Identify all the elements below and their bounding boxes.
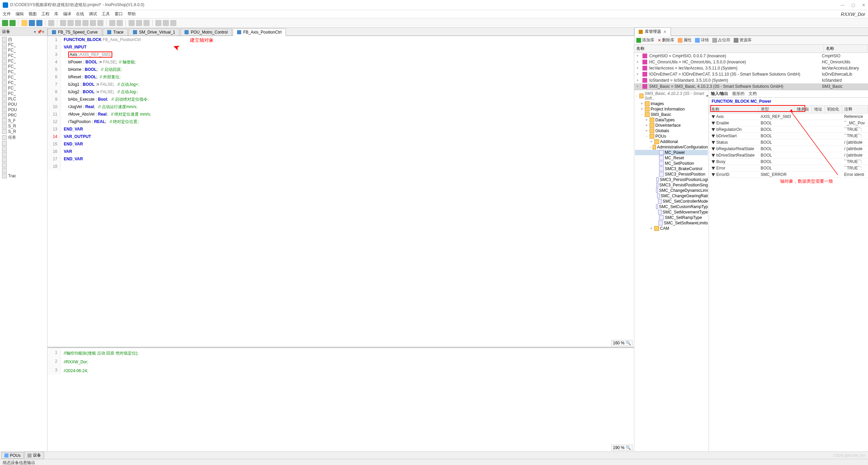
- menu-file[interactable]: 文件: [3, 11, 11, 17]
- menu-lib[interactable]: 库: [54, 11, 58, 17]
- tb-misc1[interactable]: [129, 20, 135, 26]
- libtree-node[interactable]: +Images: [635, 101, 708, 106]
- btab-devices[interactable]: 设备: [24, 451, 44, 459]
- editor-tab[interactable]: FB_Axis_PositionCtrl: [233, 28, 286, 36]
- tb-save[interactable]: [29, 20, 35, 26]
- device-tree-item[interactable]: POU: [1, 102, 46, 107]
- library-row[interactable]: +IecVarAccess = IecVarAccess, 3.5.11.0 (…: [634, 65, 868, 71]
- libtree-node[interactable]: +Globals: [635, 128, 708, 134]
- library-row[interactable]: +SM3_Basic = SM3_Basic, 4.10.2.3 (3S - S…: [634, 83, 868, 89]
- library-row[interactable]: +CmpHSIO = CmpHSIO, 0.0.0.7 (Inovance)Cm…: [634, 53, 868, 59]
- tb-misc2[interactable]: [136, 20, 142, 26]
- editor-body[interactable]: 123 //轴控功能块(使能 点动 回原 绝对值定位);//RXXW_Dor;/…: [47, 348, 634, 452]
- editor-tab[interactable]: FB_7S_Speed_Curve: [47, 28, 102, 36]
- io-row[interactable]: ⯆ bRegulatorRealStateBOOL/ {attribute: [709, 146, 868, 152]
- io-row[interactable]: ⯆ ErrorBOOL``TRUE``:: [709, 165, 868, 171]
- minimize-button[interactable]: —: [841, 3, 845, 7]
- btab-pous[interactable]: POUs: [1, 452, 24, 459]
- device-tree-item[interactable]: [1, 151, 46, 157]
- lp-pin[interactable]: 📌: [37, 29, 41, 34]
- libtree-node[interactable]: SMC3_PersistPositionSing: [635, 182, 708, 188]
- close-button[interactable]: ✕: [862, 3, 865, 7]
- menu-online[interactable]: 在线: [76, 11, 84, 17]
- device-tree-item[interactable]: FC_: [1, 53, 46, 58]
- libtree-node[interactable]: SMC_SetRampType: [635, 215, 708, 220]
- btn-add-lib[interactable]: 添加库: [636, 37, 654, 43]
- libtree-node[interactable]: SMC3_PersistPosition: [635, 171, 708, 177]
- library-tree[interactable]: -SM3_Basic, 4.10.2.3 (3S - Smart Soft...…: [634, 90, 709, 451]
- maximize-button[interactable]: ▢: [851, 3, 855, 7]
- device-tree-item[interactable]: FC_: [1, 80, 46, 85]
- libtree-node[interactable]: SMC3_PersistPositionLogi: [635, 177, 708, 182]
- dtab-io[interactable]: 输入/输出: [711, 91, 728, 97]
- tab-library-manager[interactable]: 库管理器 ✕: [634, 27, 671, 36]
- menu-window[interactable]: 窗口: [115, 11, 123, 17]
- io-row[interactable]: ⯆ AxisAXIS_REF_SM3Reference: [709, 114, 868, 120]
- libtree-node[interactable]: +Project Information: [635, 106, 708, 112]
- editor-tab[interactable]: POU_Motro_Control: [180, 28, 232, 36]
- lp-close[interactable]: ✕: [41, 29, 45, 34]
- libtree-node[interactable]: SMC_SetCustomRampTyp: [635, 204, 708, 209]
- device-tree[interactable]: (I)FC_FC_FC_FC_FC_FC_FC_FC_FC_FC_PLCPOUP…: [0, 36, 47, 451]
- libtree-node[interactable]: -SM3_Basic: [635, 112, 708, 117]
- device-tree-item[interactable]: S_R: [1, 129, 46, 134]
- zoom-bot[interactable]: 190 %🔍: [611, 445, 633, 451]
- io-row[interactable]: ⯆ ErrorIDSMC_ERRORError identi: [709, 171, 868, 178]
- editor-tab[interactable]: SM_Drive_Virtual_1: [129, 28, 180, 36]
- device-tree-item[interactable]: S_R: [1, 123, 46, 129]
- libtree-node[interactable]: SMC_SetControllerMode: [635, 199, 708, 204]
- device-tree-item[interactable]: POU: [1, 107, 46, 113]
- tb-new[interactable]: [2, 20, 8, 26]
- tb-del[interactable]: [97, 20, 103, 26]
- libtree-node[interactable]: +CAM: [635, 226, 708, 231]
- menu-edit[interactable]: 编辑: [16, 11, 24, 17]
- libtree-node[interactable]: SMC3_BrakeControl: [635, 166, 708, 171]
- libtree-node[interactable]: SMC_SetMovementType: [635, 209, 708, 215]
- device-tree-item[interactable]: [1, 168, 46, 173]
- device-tree-item[interactable]: [1, 141, 46, 146]
- tab-close-icon[interactable]: ✕: [663, 29, 667, 34]
- tb-misc3[interactable]: [143, 20, 150, 26]
- tb-redo[interactable]: [67, 20, 74, 26]
- device-tree-item[interactable]: FC_: [1, 64, 46, 69]
- device-tree-item[interactable]: [1, 162, 46, 168]
- btn-placeholder[interactable]: 占位符: [712, 37, 730, 43]
- tb-open[interactable]: [21, 20, 27, 26]
- libtree-node[interactable]: +DriveInterface: [635, 123, 708, 128]
- dtab-doc[interactable]: 文档: [749, 91, 757, 97]
- io-row[interactable]: ⯆ bRegulatorOnBOOL``TRUE``:: [709, 126, 868, 133]
- device-tree-item[interactable]: Trac: [1, 173, 46, 179]
- tb-undo[interactable]: [60, 20, 66, 26]
- libtree-node[interactable]: -POUs: [635, 134, 708, 139]
- tb-misc6[interactable]: [170, 20, 176, 26]
- tb-replace[interactable]: [117, 20, 123, 26]
- tb-paste[interactable]: [90, 20, 96, 26]
- libtree-node[interactable]: SMC_SetSoftwareLimits: [635, 220, 708, 226]
- menu-help[interactable]: 帮助: [128, 11, 136, 17]
- libtree-node[interactable]: +DataTypes: [635, 117, 708, 123]
- device-tree-item[interactable]: FC_: [1, 42, 46, 47]
- device-tree-item[interactable]: FC_: [1, 91, 46, 96]
- tb-misc4[interactable]: [155, 20, 161, 26]
- editor-tab[interactable]: Trace: [103, 28, 128, 36]
- device-tree-item[interactable]: [1, 157, 46, 162]
- io-row[interactable]: ⯆ EnableBOOL``_MC_Pov: [709, 120, 868, 126]
- menu-project[interactable]: 工程: [41, 11, 50, 17]
- libtree-node[interactable]: SMC_ChangeDynamicLimi: [635, 188, 708, 193]
- device-tree-item[interactable]: 任务: [1, 134, 46, 141]
- tb-cut[interactable]: [75, 20, 81, 26]
- tb-saveall[interactable]: [36, 20, 42, 26]
- io-row[interactable]: ⯆ bDriveStartBOOL``TRUE``:: [709, 133, 868, 139]
- btn-repo[interactable]: 资源库: [734, 37, 752, 43]
- io-row[interactable]: ⯆ BusyBOOL``TRUE``:: [709, 159, 868, 165]
- device-tree-item[interactable]: FC_: [1, 47, 46, 53]
- device-tree-item[interactable]: FC_: [1, 69, 46, 75]
- btn-details[interactable]: 详情: [695, 37, 709, 43]
- libtree-node[interactable]: MC_SetPosition: [635, 161, 708, 166]
- device-tree-item[interactable]: FC_: [1, 75, 46, 80]
- io-row[interactable]: ⯆ bDriveStartRealStateBOOL/ {attribute: [709, 152, 868, 159]
- tb-find[interactable]: [109, 20, 115, 26]
- editor-declarations[interactable]: 建立轴对象 ➤ 123456789101112131415161718 FUNC…: [47, 36, 634, 348]
- libtree-node[interactable]: SMC_ChangeGearingRati: [635, 193, 708, 199]
- tree-root[interactable]: -SM3_Basic, 4.10.2.3 (3S - Smart Soft...…: [635, 91, 708, 101]
